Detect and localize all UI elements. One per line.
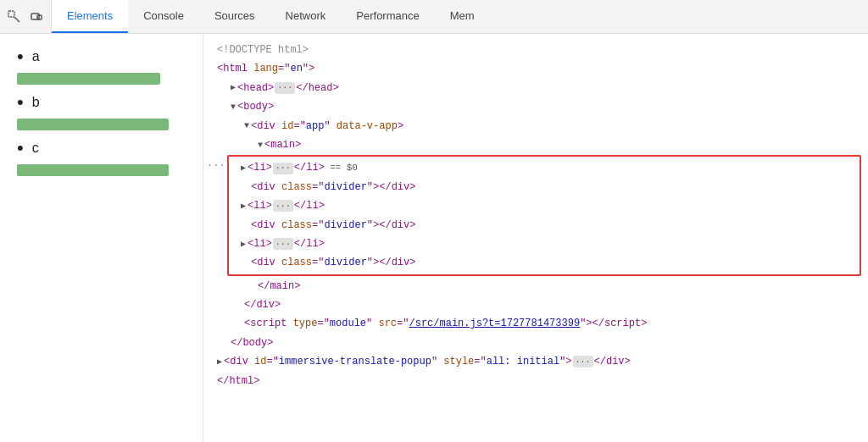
tab-performance[interactable]: Performance bbox=[341, 0, 434, 33]
dom-html-open[interactable]: <html lang="en"> bbox=[203, 59, 868, 78]
red-outline-box: ▶ <li> ··· </li> == $0 <div class="divid… bbox=[227, 155, 861, 275]
ellipsis-head[interactable]: ··· bbox=[275, 82, 295, 94]
tab-console[interactable]: Console bbox=[128, 0, 199, 33]
elements-panel[interactable]: <!DOCTYPE html> <html lang="en"> ▶ <head… bbox=[203, 34, 868, 442]
dots-indicator: ··· bbox=[203, 154, 227, 174]
dom-body-close: </body> bbox=[203, 334, 868, 352]
dom-li-2[interactable]: ▶ <li> ··· </li> bbox=[234, 196, 854, 215]
tab-more[interactable]: Mem bbox=[435, 0, 490, 33]
dom-div-app[interactable]: ▼ <div id="app" data-v-app > bbox=[203, 117, 868, 135]
main-area: • a • b • c <!DOCTYPE html> <html lang="… bbox=[0, 34, 868, 442]
label-c: c bbox=[32, 141, 39, 156]
red-section-wrapper: ··· ▶ <li> ··· </li> == $0 <div class="d… bbox=[203, 154, 868, 276]
ellipsis-li1[interactable]: ··· bbox=[273, 163, 293, 174]
tab-network[interactable]: Network bbox=[270, 0, 342, 33]
devtools-toolbar: Elements Console Sources Network Perform… bbox=[0, 0, 868, 34]
dom-doctype: <!DOCTYPE html> bbox=[203, 41, 868, 59]
dom-li-3[interactable]: ▶ <li> ··· </li> bbox=[234, 235, 854, 253]
list-item-a: • a bbox=[17, 47, 186, 66]
label-a: a bbox=[32, 49, 40, 64]
tab-elements[interactable]: Elements bbox=[52, 0, 128, 33]
dom-main-close: </main> bbox=[203, 277, 868, 296]
ellipsis-li2[interactable]: ··· bbox=[273, 200, 293, 212]
bar-c bbox=[17, 164, 169, 176]
toolbar-tabs: Elements Console Sources Network Perform… bbox=[52, 0, 868, 33]
bullet-a: • bbox=[17, 47, 24, 66]
box-model-icon[interactable] bbox=[29, 9, 44, 25]
cursor-select-icon[interactable] bbox=[7, 9, 22, 25]
dom-head[interactable]: ▶ <head> ··· </head> bbox=[203, 79, 868, 97]
bullet-b: • bbox=[17, 93, 24, 112]
dom-html-close: </html> bbox=[203, 372, 868, 390]
bar-a bbox=[17, 73, 160, 85]
list-item-c: • c bbox=[17, 139, 186, 157]
dom-body-open[interactable]: ▼ <body> bbox=[203, 97, 868, 116]
tab-sources[interactable]: Sources bbox=[199, 0, 270, 33]
script-src-link[interactable]: /src/main.js?t=1727781473399 bbox=[409, 315, 580, 332]
dom-divider-1: <div class="divider"></div> bbox=[234, 178, 854, 196]
bullet-c: • bbox=[17, 139, 24, 157]
dom-immersive-div[interactable]: ▶ <div id="immersive-translate-popup" st… bbox=[203, 352, 868, 371]
svg-rect-0 bbox=[8, 11, 14, 17]
dom-script: <script type="module" src="/src/main.js?… bbox=[203, 314, 868, 333]
preview-pane: • a • b • c bbox=[0, 34, 203, 442]
bar-b bbox=[17, 119, 169, 130]
label-b: b bbox=[32, 95, 40, 110]
dom-li-1[interactable]: ▶ <li> ··· </li> == $0 bbox=[234, 158, 854, 177]
dom-div-close: </div> bbox=[203, 296, 868, 314]
toolbar-icons bbox=[0, 0, 52, 33]
ellipsis-immersive[interactable]: ··· bbox=[573, 356, 593, 367]
list-item-b: • b bbox=[17, 93, 186, 112]
dom-main-open[interactable]: ▼ <main> bbox=[203, 135, 868, 154]
ellipsis-li3[interactable]: ··· bbox=[273, 238, 293, 250]
dom-divider-2: <div class="divider"></div> bbox=[234, 216, 854, 235]
dom-divider-3: <div class="divider"></div> bbox=[234, 253, 854, 272]
